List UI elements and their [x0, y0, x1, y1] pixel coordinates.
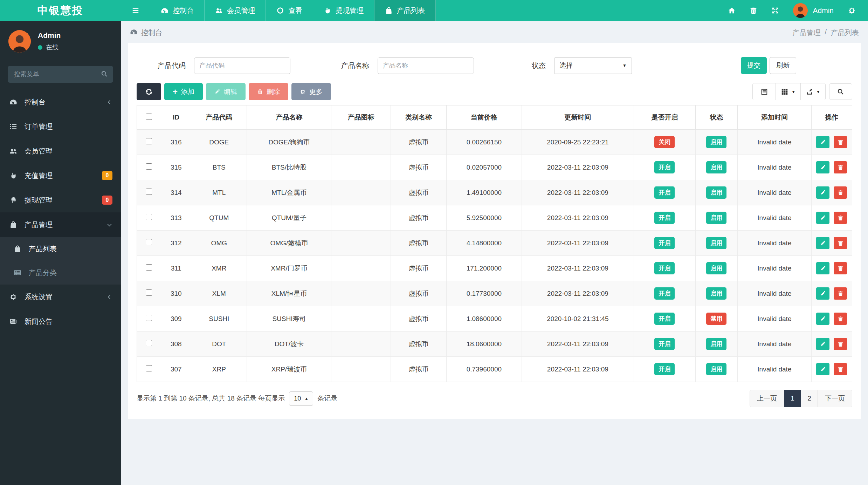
sidebar-item-dashboard[interactable]: 控制台	[0, 90, 121, 114]
row-edit-button[interactable]	[816, 186, 829, 199]
refresh-button[interactable]: 刷新	[770, 57, 796, 74]
cell-price: 171.200000	[447, 256, 522, 281]
nav-item-dashboard[interactable]: 控制台	[150, 0, 205, 21]
row-edit-button[interactable]	[816, 338, 829, 350]
export-dropdown-button[interactable]: ▼	[801, 83, 825, 100]
status-badge: 启用	[706, 186, 726, 199]
row-checkbox[interactable]	[146, 138, 152, 144]
add-button[interactable]: + 添加	[164, 83, 203, 100]
nav-item-members[interactable]: 会员管理	[205, 0, 266, 21]
status-badge: 启用	[706, 287, 726, 300]
reload-button[interactable]	[137, 83, 161, 100]
sidebar-item-news[interactable]: 新闻公告	[0, 309, 121, 334]
row-checkbox[interactable]	[146, 365, 152, 371]
status-select[interactable]: 选择 ▼	[554, 57, 632, 74]
page-2-button[interactable]: 2	[801, 390, 818, 407]
delete-button-disabled[interactable]: 删除	[249, 83, 288, 100]
row-delete-button[interactable]	[834, 338, 847, 350]
row-checkbox[interactable]	[146, 214, 152, 220]
sidebar-toggle-button[interactable]	[121, 0, 150, 21]
row-delete-button[interactable]	[834, 313, 847, 325]
sidebar-item-orders[interactable]: 订单管理	[0, 114, 121, 139]
row-edit-button[interactable]	[816, 363, 829, 375]
cell-category: 虚拟币	[391, 180, 446, 205]
select-all-checkbox[interactable]	[146, 114, 152, 120]
row-checkbox[interactable]	[146, 289, 152, 296]
row-delete-button[interactable]	[834, 161, 847, 173]
table-row[interactable]: 309 SUSHI SUSHI寿司 虚拟币 1.08600000 2020-10…	[137, 306, 852, 332]
row-checkbox[interactable]	[146, 340, 152, 346]
more-button[interactable]: 更多	[291, 83, 331, 100]
row-edit-button[interactable]	[816, 262, 829, 274]
row-checkbox[interactable]	[146, 315, 152, 321]
row-delete-button[interactable]	[834, 237, 847, 249]
columns-dropdown-button[interactable]: ▼	[776, 83, 801, 100]
row-delete-button[interactable]	[834, 262, 847, 274]
row-edit-button[interactable]	[816, 161, 829, 173]
cell-updated: 2022-03-11 22:03:09	[522, 332, 634, 357]
sidebar-search-input[interactable]	[8, 66, 113, 83]
table-row[interactable]: 313 QTUM QTUM/量子 虚拟币 5.92500000 2022-03-…	[137, 205, 852, 231]
next-page-button[interactable]: 下一页	[818, 390, 852, 407]
table-row[interactable]: 315 BTS BTS/比特股 虚拟币 0.02057000 2022-03-1…	[137, 155, 852, 180]
fullscreen-icon[interactable]	[771, 7, 779, 14]
table-row[interactable]: 308 DOT DOT/波卡 虚拟币 18.0600000 2022-03-11…	[137, 332, 852, 357]
breadcrumb-dashboard[interactable]: 控制台	[141, 28, 162, 37]
home-icon[interactable]	[728, 7, 736, 14]
cell-icon	[331, 281, 391, 306]
row-edit-button[interactable]	[816, 237, 829, 249]
cell-name: MTL/金属币	[247, 180, 331, 205]
row-delete-button[interactable]	[834, 186, 847, 199]
nav-item-withdraw[interactable]: 提现管理	[313, 0, 374, 21]
table-row[interactable]: 307 XRP XRP/瑞波币 虚拟币 0.73960000 2022-03-1…	[137, 357, 852, 382]
sidebar-item-recharge[interactable]: 充值管理 0	[0, 163, 121, 188]
row-edit-button[interactable]	[816, 136, 829, 148]
row-checkbox[interactable]	[146, 189, 152, 195]
row-edit-button[interactable]	[816, 212, 829, 224]
prev-page-button[interactable]: 上一页	[750, 390, 784, 407]
sidebar-item-product-list[interactable]: 产品列表	[0, 237, 121, 261]
sidebar-item-product-management[interactable]: 产品管理	[0, 212, 121, 237]
table-row[interactable]: 316 DOGE DOGE/狗狗币 虚拟币 0.00266150 2020-09…	[137, 130, 852, 155]
sidebar-item-system-settings[interactable]: 系统设置	[0, 285, 121, 309]
breadcrumb-parent[interactable]: 产品管理	[792, 28, 820, 37]
table-row[interactable]: 312 OMG OMG/嫩模币 虚拟币 4.14800000 2022-03-1…	[137, 231, 852, 256]
row-delete-button[interactable]	[834, 287, 847, 300]
row-delete-button[interactable]	[834, 212, 847, 224]
row-edit-button[interactable]	[816, 313, 829, 325]
row-checkbox[interactable]	[146, 264, 152, 271]
brand-logo[interactable]: 中银慧投	[0, 0, 121, 21]
edit-button-disabled[interactable]: 编辑	[206, 83, 246, 100]
cell-icon	[331, 357, 391, 382]
table-row[interactable]: 311 XMR XMR/门罗币 虚拟币 171.200000 2022-03-1…	[137, 256, 852, 281]
row-checkbox[interactable]	[146, 239, 152, 245]
sidebar-item-withdraw[interactable]: 提现管理 0	[0, 188, 121, 212]
product-table-body: 316 DOGE DOGE/狗狗币 虚拟币 0.00266150 2020-09…	[137, 130, 852, 382]
table-search-button[interactable]	[829, 83, 852, 100]
cell-name: XMR/门罗币	[247, 256, 331, 281]
nav-item-products[interactable]: 产品列表	[374, 0, 436, 21]
submit-button[interactable]: 提交	[741, 57, 767, 74]
page-1-button[interactable]: 1	[784, 390, 801, 407]
page-size-select[interactable]: 10 ▲	[289, 391, 313, 406]
sidebar-item-product-category[interactable]: 产品分类	[0, 261, 121, 285]
table-row[interactable]: 314 MTL MTL/金属币 虚拟币 1.49100000 2022-03-1…	[137, 180, 852, 205]
row-checkbox[interactable]	[146, 163, 152, 170]
row-edit-button[interactable]	[816, 287, 829, 300]
product-name-input[interactable]	[378, 57, 474, 74]
pagination-toggle-button[interactable]	[753, 83, 776, 100]
cell-updated: 2022-03-11 22:03:09	[522, 357, 634, 382]
trash-icon[interactable]	[750, 7, 757, 14]
withdraw-badge: 0	[102, 196, 112, 205]
table-row[interactable]: 310 XLM XLM/恒星币 虚拟币 0.17730000 2022-03-1…	[137, 281, 852, 306]
settings-gears-icon[interactable]	[848, 6, 856, 15]
user-menu[interactable]: Admin	[793, 3, 834, 18]
row-delete-button[interactable]	[834, 363, 847, 375]
sidebar-item-members[interactable]: 会员管理	[0, 139, 121, 163]
nav-item-view[interactable]: 查看	[266, 0, 313, 21]
col-updated: 更新时间	[522, 105, 634, 130]
row-delete-button[interactable]	[834, 136, 847, 148]
cell-code: SUSHI	[191, 306, 247, 332]
product-code-input[interactable]	[194, 57, 290, 74]
search-icon[interactable]	[101, 70, 108, 79]
